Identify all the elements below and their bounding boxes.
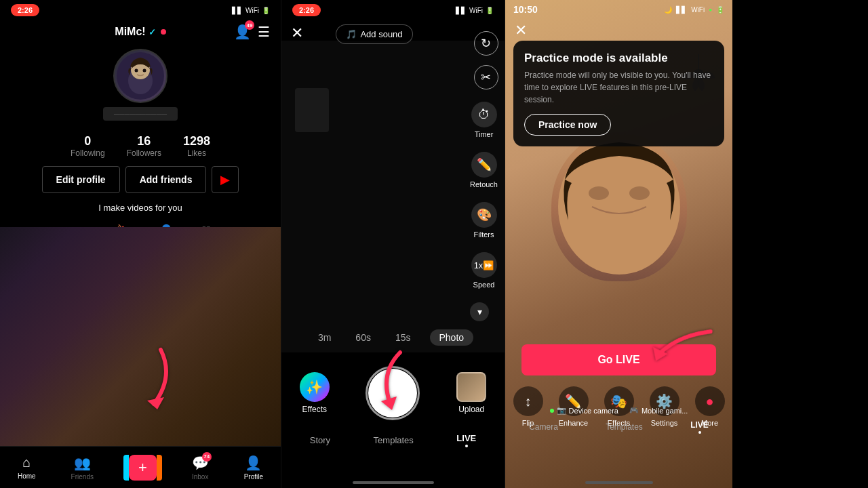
menu-icon[interactable]: ☰ bbox=[258, 24, 270, 40]
add-friends-button[interactable]: Add friends bbox=[125, 166, 207, 193]
following-count: 0 bbox=[84, 134, 91, 148]
wifi-icon-2: WiFi bbox=[469, 7, 483, 14]
close-button-3[interactable]: ✕ bbox=[515, 22, 527, 39]
retouch-control[interactable]: ✏️ Retouch bbox=[470, 152, 498, 188]
device-camera-source[interactable]: 📷 Device camera bbox=[550, 406, 618, 415]
name-bar: ────────── bbox=[103, 107, 178, 121]
profile-header: MiMc! ✓ 👤 49 ☰ bbox=[0, 20, 281, 43]
followers-label: Followers bbox=[127, 148, 161, 158]
profile-stats: 0 Following 16 Followers 1298 Likes bbox=[0, 126, 281, 166]
top-buttons: 🎵 Add sound bbox=[281, 24, 467, 44]
profile-icon: 👤 bbox=[245, 455, 262, 471]
nav-inbox[interactable]: 💬 Inbox 74 bbox=[192, 455, 209, 481]
youtube-button[interactable]: ▶ bbox=[212, 166, 239, 193]
mode-story[interactable]: Story bbox=[304, 432, 336, 448]
mobile-gaming-icon: 🎮 bbox=[629, 406, 639, 415]
likes-label: Likes bbox=[187, 148, 206, 158]
mode-live[interactable]: LIVE bbox=[451, 430, 481, 450]
status-bar-1: 2:26 ▋▋ WiFi 🔋 bbox=[0, 0, 281, 20]
nav-home[interactable]: ⌂ Home bbox=[18, 455, 36, 480]
scissors-button[interactable]: ✂ bbox=[474, 65, 498, 89]
status-icons-2: ▋▋ WiFi 🔋 bbox=[456, 7, 494, 14]
timer-icon: ⏱ bbox=[471, 102, 497, 127]
tab-live-3[interactable]: LIVE bbox=[685, 418, 714, 436]
handle-text: ────────── bbox=[114, 110, 167, 118]
red-arrow-svg-1 bbox=[120, 336, 188, 418]
edit-profile-button[interactable]: Edit profile bbox=[42, 166, 120, 193]
time-display-1: 2:26 bbox=[11, 4, 39, 16]
live-label: LIVE bbox=[456, 433, 476, 443]
wifi-icon-3: WiFi bbox=[691, 6, 705, 14]
username-display: MiMc! ✓ bbox=[115, 26, 165, 38]
inbox-badge: 74 bbox=[202, 452, 212, 462]
flip-camera-button[interactable]: ↻ bbox=[474, 31, 498, 56]
inbox-label: Inbox bbox=[192, 473, 208, 481]
time-display-3: 10:50 bbox=[513, 4, 538, 15]
status-bar-2: 2:26 ▋▋ WiFi 🔋 bbox=[281, 0, 505, 20]
effects-label: Effects bbox=[302, 405, 327, 414]
likes-count: 1298 bbox=[183, 134, 210, 148]
nav-profile[interactable]: 👤 Profile bbox=[244, 455, 263, 481]
timer-control[interactable]: ⏱ Timer bbox=[470, 102, 498, 138]
device-camera-text: Device camera bbox=[569, 407, 618, 415]
green-dot: ● bbox=[709, 7, 712, 13]
notification-bell[interactable]: 👤 49 bbox=[234, 24, 251, 40]
more-controls-button[interactable]: ▾ bbox=[470, 302, 489, 321]
signal-icon-2: ▋▋ bbox=[456, 7, 467, 14]
right-controls: ⏱ Timer ✏️ Retouch 🎨 Filters 1x⏩ Speed ▾ bbox=[470, 102, 498, 321]
camera-view: 2:26 ▋▋ WiFi 🔋 ✕ 🎵 Add sound ↻ bbox=[281, 0, 505, 488]
filters-label: Filters bbox=[474, 230, 494, 239]
signal-icon: ▋▋ bbox=[232, 7, 243, 14]
duration-bar: 3m 60s 15s Photo bbox=[281, 329, 505, 346]
action-buttons: Edit profile Add friends ▶ bbox=[0, 166, 281, 200]
retouch-label: Retouch bbox=[470, 180, 498, 188]
bio-text: I make videos for you bbox=[0, 200, 281, 218]
upload-button[interactable]: Upload bbox=[456, 372, 486, 414]
effects-button[interactable]: ✨ Effects bbox=[300, 372, 330, 414]
home-icon: ⌂ bbox=[22, 455, 31, 470]
speed-control[interactable]: 1x⏩ Speed bbox=[470, 252, 498, 289]
camera-mode-bar: Story Templates LIVE bbox=[281, 430, 505, 450]
friends-label: Friends bbox=[71, 473, 94, 481]
red-arrow-svg-2 bbox=[366, 346, 420, 413]
mobile-gaming-source[interactable]: 🎮 Mobile gami... bbox=[629, 406, 688, 415]
story-label: Story bbox=[310, 435, 330, 445]
plus-icon: + bbox=[138, 459, 147, 476]
avatar[interactable] bbox=[113, 49, 167, 103]
following-label: Following bbox=[71, 148, 105, 158]
followers-count: 16 bbox=[137, 134, 151, 148]
device-camera-dot bbox=[550, 409, 554, 413]
home-indicator-2 bbox=[353, 481, 434, 484]
tab-camera-3[interactable]: Camera bbox=[524, 420, 564, 434]
duration-photo[interactable]: Photo bbox=[430, 329, 474, 346]
avatar-section: ────────── bbox=[0, 43, 281, 126]
practice-now-button[interactable]: Practice now bbox=[524, 114, 611, 136]
nav-create[interactable]: + bbox=[129, 455, 157, 481]
home-indicator-3 bbox=[585, 481, 653, 484]
arrow-indicator-2 bbox=[366, 346, 420, 413]
create-button[interactable]: + bbox=[129, 455, 157, 481]
tab-templates-3[interactable]: Templates bbox=[600, 420, 648, 434]
likes-stat[interactable]: 1298 Likes bbox=[183, 134, 210, 158]
camera-thumbnail bbox=[295, 88, 329, 132]
add-sound-button[interactable]: 🎵 Add sound bbox=[336, 24, 412, 44]
status-icons-1: ▋▋ WiFi 🔋 bbox=[232, 7, 270, 14]
live-panel: 10:50 🌙 ▋▋ WiFi ● 🔋 ✕ Practice mode is a… bbox=[505, 0, 732, 488]
svg-point-9 bbox=[629, 186, 650, 200]
status-bar-3: 10:50 🌙 ▋▋ WiFi ● 🔋 bbox=[505, 0, 732, 19]
speed-icon: 1x⏩ bbox=[471, 252, 497, 278]
top-right-controls: ↻ ✂ bbox=[467, 24, 505, 96]
mode-templates[interactable]: Templates bbox=[368, 432, 419, 448]
following-stat[interactable]: 0 Following bbox=[71, 134, 105, 158]
templates-label: Templates bbox=[374, 435, 414, 445]
header-icons: 👤 49 ☰ bbox=[234, 24, 270, 40]
duration-3m[interactable]: 3m bbox=[313, 329, 336, 346]
nav-friends[interactable]: 👥 Friends bbox=[71, 455, 94, 481]
duration-15s[interactable]: 15s bbox=[390, 329, 416, 346]
filters-control[interactable]: 🎨 Filters bbox=[470, 202, 498, 239]
bottom-tabs-3: Camera Templates LIVE bbox=[505, 418, 732, 439]
duration-60s[interactable]: 60s bbox=[350, 329, 376, 346]
effects-icon: ✨ bbox=[300, 372, 330, 402]
upload-label: Upload bbox=[458, 405, 484, 414]
followers-stat[interactable]: 16 Followers bbox=[127, 134, 161, 158]
